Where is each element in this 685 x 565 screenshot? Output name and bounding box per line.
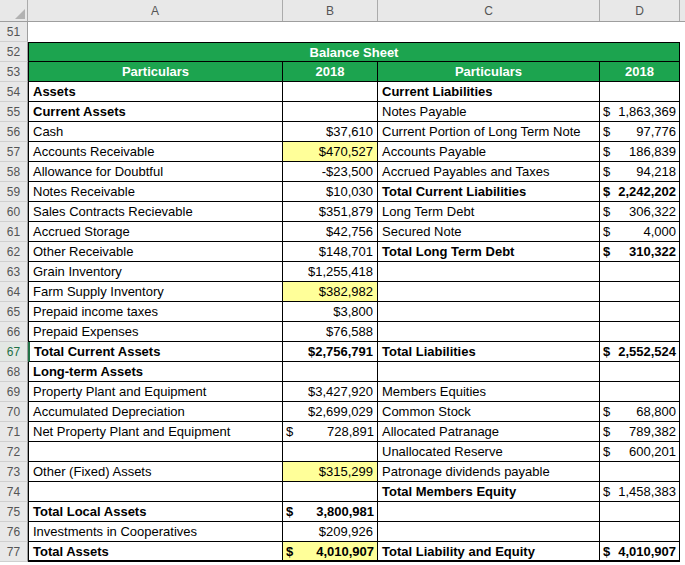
cell-D76[interactable] xyxy=(600,522,680,542)
row-number[interactable]: 66 xyxy=(0,322,28,342)
cell-C76[interactable] xyxy=(378,522,600,542)
cell-C58[interactable]: Accrued Payables and Taxes xyxy=(378,162,600,182)
cell-D59[interactable]: $2,242,202 xyxy=(600,182,680,202)
cell-D63[interactable] xyxy=(600,262,680,282)
cell-B61[interactable]: $42,756 xyxy=(283,222,378,242)
cell-A67[interactable]: Total Current Assets xyxy=(28,342,283,362)
row-number[interactable]: 74 xyxy=(0,482,28,502)
cell-B56[interactable]: $37,610 xyxy=(283,122,378,142)
select-all-corner[interactable] xyxy=(0,0,28,21)
cell-A59[interactable]: Notes Receivable xyxy=(28,182,283,202)
row-number[interactable]: 64 xyxy=(0,282,28,302)
cell-A62[interactable]: Other Receivable xyxy=(28,242,283,262)
cell-C72[interactable]: Unallocated Reserve xyxy=(378,442,600,462)
column-header-b[interactable]: B xyxy=(283,0,378,21)
cell-B62[interactable]: $148,701 xyxy=(283,242,378,262)
cell-C67[interactable]: Total Liabilities xyxy=(378,342,600,362)
cell-A61[interactable]: Accrued Storage xyxy=(28,222,283,242)
cell-A70[interactable]: Accumulated Depreciation xyxy=(28,402,283,422)
cell-D62[interactable]: $310,322 xyxy=(600,242,680,262)
cell-A77[interactable]: Total Assets xyxy=(28,542,283,562)
row-number[interactable]: 70 xyxy=(0,402,28,422)
row-number[interactable]: 65 xyxy=(0,302,28,322)
row-number[interactable]: 61 xyxy=(0,222,28,242)
cell-A55[interactable]: Current Assets xyxy=(28,102,283,122)
cell-B67[interactable]: $2,756,791 xyxy=(283,342,378,362)
column-header-a[interactable]: A xyxy=(28,0,283,21)
row-number[interactable]: 71 xyxy=(0,422,28,442)
cell-B63[interactable]: $1,255,418 xyxy=(283,262,378,282)
cell-D67[interactable]: $2,552,524 xyxy=(600,342,680,362)
cell-D57[interactable]: $186,839 xyxy=(600,142,680,162)
cell-B68[interactable] xyxy=(283,362,378,382)
cell-B65[interactable]: $3,800 xyxy=(283,302,378,322)
cell-D55[interactable]: $1,863,369 xyxy=(600,102,680,122)
cell-D69[interactable] xyxy=(600,382,680,402)
cell-A71[interactable]: Net Property Plant and Equipment xyxy=(28,422,283,442)
cell-A66[interactable]: Prepaid Expenses xyxy=(28,322,283,342)
cell-A60[interactable]: Sales Contracts Recievable xyxy=(28,202,283,222)
cell-A65[interactable]: Prepaid income taxes xyxy=(28,302,283,322)
table-header-cell-D[interactable]: 2018 xyxy=(600,62,680,82)
cell-B72[interactable] xyxy=(283,442,378,462)
row-number[interactable]: 53 xyxy=(0,62,28,82)
cell-D70[interactable]: $68,800 xyxy=(600,402,680,422)
cell-A54[interactable]: Assets xyxy=(28,82,283,102)
cell-C70[interactable]: Common Stock xyxy=(378,402,600,422)
row-number[interactable]: 69 xyxy=(0,382,28,402)
cell-D73[interactable] xyxy=(600,462,680,482)
row-number[interactable]: 51 xyxy=(0,22,28,42)
cell-D61[interactable]: $4,000 xyxy=(600,222,680,242)
row-number[interactable]: 68 xyxy=(0,362,28,382)
cell-D54[interactable] xyxy=(600,82,680,102)
cell-B58[interactable]: -$23,500 xyxy=(283,162,378,182)
row-number[interactable]: 62 xyxy=(0,242,28,262)
cell-B71[interactable]: $728,891 xyxy=(283,422,378,442)
row-number[interactable]: 58 xyxy=(0,162,28,182)
table-header-cell-C[interactable]: Particulars xyxy=(378,62,600,82)
cell-C77[interactable]: Total Liability and Equity xyxy=(378,542,600,562)
column-header-d[interactable]: D xyxy=(600,0,680,21)
cell-A58[interactable]: Allowance for Doubtful xyxy=(28,162,283,182)
cell-A72[interactable] xyxy=(28,442,283,462)
row-number[interactable]: 73 xyxy=(0,462,28,482)
cell-C66[interactable] xyxy=(378,322,600,342)
cell-A63[interactable]: Grain Inventory xyxy=(28,262,283,282)
table-header-cell-A[interactable]: Particulars xyxy=(28,62,283,82)
cell-A57[interactable]: Accounts Receivable xyxy=(28,142,283,162)
cell-C59[interactable]: Total Current Liabilities xyxy=(378,182,600,202)
cell-C73[interactable]: Patronage dividends payable xyxy=(378,462,600,482)
cell-D58[interactable]: $94,218 xyxy=(600,162,680,182)
cell-B77[interactable]: $4,010,907 xyxy=(283,542,378,562)
cell-A64[interactable]: Farm Supply Inventory xyxy=(28,282,283,302)
cell-D64[interactable] xyxy=(600,282,680,302)
column-header-c[interactable]: C xyxy=(378,0,600,21)
cell-B59[interactable]: $10,030 xyxy=(283,182,378,202)
row-number[interactable]: 59 xyxy=(0,182,28,202)
row-number[interactable]: 57 xyxy=(0,142,28,162)
cell-C65[interactable] xyxy=(378,302,600,322)
cell-C54[interactable]: Current Liabilities xyxy=(378,82,600,102)
cell-A75[interactable]: Total Local Assets xyxy=(28,502,283,522)
cell-C68[interactable] xyxy=(378,362,600,382)
cell-B60[interactable]: $351,879 xyxy=(283,202,378,222)
cell-A74[interactable] xyxy=(28,482,283,502)
row-number[interactable]: 52 xyxy=(0,42,28,62)
cell-B69[interactable]: $3,427,920 xyxy=(283,382,378,402)
cell-B70[interactable]: $2,699,029 xyxy=(283,402,378,422)
cell-D56[interactable]: $97,776 xyxy=(600,122,680,142)
balance-sheet-title-cell[interactable]: Balance Sheet xyxy=(28,42,680,62)
row-number[interactable]: 75 xyxy=(0,502,28,522)
cell-A69[interactable]: Property Plant and Equipment xyxy=(28,382,283,402)
row-number[interactable]: 67 xyxy=(0,342,28,362)
row-number[interactable]: 76 xyxy=(0,522,28,542)
row-number[interactable]: 54 xyxy=(0,82,28,102)
cell-D74[interactable]: $1,458,383 xyxy=(600,482,680,502)
cell-B64[interactable]: $382,982 xyxy=(283,282,378,302)
cell-D65[interactable] xyxy=(600,302,680,322)
row-number[interactable]: 72 xyxy=(0,442,28,462)
row-number[interactable]: 55 xyxy=(0,102,28,122)
cell-A76[interactable]: Investments in Cooperatives xyxy=(28,522,283,542)
row-number[interactable]: 56 xyxy=(0,122,28,142)
cell-D71[interactable]: $789,382 xyxy=(600,422,680,442)
